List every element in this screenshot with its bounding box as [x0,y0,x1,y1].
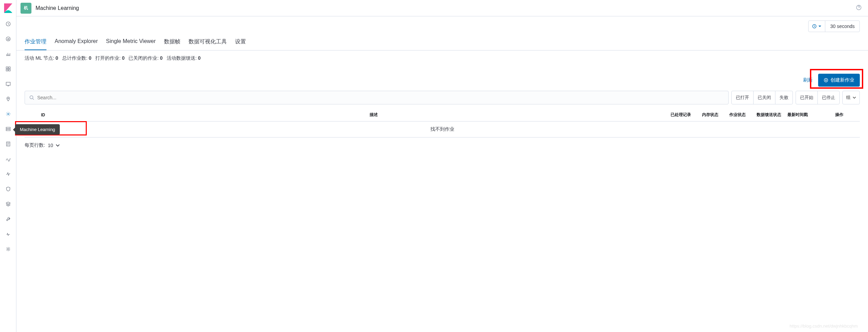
nav-apm-icon[interactable] [0,151,16,167]
tab-data-visualizer[interactable]: 数据可视化工具 [189,38,227,50]
svg-point-13 [7,248,9,250]
tab-job-management[interactable]: 作业管理 [25,38,46,50]
svg-rect-5 [9,69,10,71]
svg-point-17 [30,96,33,99]
svg-rect-10 [6,127,10,129]
col-description[interactable]: 描述 [79,112,668,118]
col-latest-time[interactable]: 最新时间戳 [785,112,819,118]
col-id[interactable]: ID [38,113,79,117]
nav-canvas-icon[interactable] [0,76,16,91]
filter-failed[interactable]: 失败 [775,91,793,104]
search-input[interactable] [37,95,724,100]
svg-point-9 [6,112,10,116]
nav-machine-learning-icon[interactable] [0,106,16,121]
tab-anomaly-explorer[interactable]: Anomaly Explorer [55,38,98,50]
chevron-down-icon [818,25,822,28]
clock-icon [812,24,817,29]
nav-siem-icon[interactable] [0,182,16,197]
chevron-down-icon [56,143,60,147]
tab-single-metric-viewer[interactable]: Single Metric Viewer [106,38,156,50]
tab-settings[interactable]: 设置 [235,38,246,50]
filter-opened[interactable]: 已打开 [732,91,754,104]
tab-dataframe[interactable]: 数据帧 [164,38,180,50]
refresh-interval-value: 30 seconds [825,21,859,32]
job-stats-bar: 活动 ML 节点: 0 总计作业数: 0 打开的作业: 0 已关闭的作业: 0 … [16,50,868,66]
svg-rect-4 [6,69,8,71]
breadcrumb-title[interactable]: Machine Learning [36,5,79,11]
svg-rect-11 [6,129,10,131]
header-help-icon[interactable] [854,2,864,14]
refresh-interval-control[interactable]: 30 seconds [808,20,860,32]
svg-rect-2 [6,67,8,69]
nav-discover-icon[interactable] [0,31,16,46]
nav-dashboard-icon[interactable] [0,61,16,76]
filter-stopped[interactable]: 已停止 [818,91,839,104]
svg-rect-3 [9,67,10,69]
nav-monitoring-icon[interactable] [0,227,16,242]
refresh-link[interactable]: 刷新 [803,77,813,83]
col-ops: 操作 [819,112,860,118]
chevron-down-icon [853,96,856,99]
nav-visualize-icon[interactable] [0,46,16,61]
app-badge: 机 [20,3,31,14]
nav-tooltip: Machine Learning [15,124,60,135]
col-processed[interactable]: 已处理记录 [668,112,699,118]
create-job-button[interactable]: 创建新作业 [818,74,860,87]
plus-circle-icon [824,78,828,83]
filter-started[interactable]: 已开始 [796,91,818,104]
rows-per-page[interactable]: 每页行数: 10 [16,138,868,153]
search-container[interactable] [25,91,729,104]
nav-maps-icon[interactable] [0,91,16,106]
nav-uptime-icon[interactable] [0,167,16,182]
table-empty-message: 找不到作业 [25,121,860,138]
watermark: https://blog.csdn.net/dwjnhkbcqhm [790,323,858,329]
nav-dev-tools-icon[interactable] [0,212,16,227]
nav-logs-icon[interactable] [0,136,16,151]
kibana-logo[interactable] [3,3,14,14]
svg-point-8 [8,113,9,115]
svg-point-7 [8,98,9,99]
nav-stack-icon[interactable] [0,197,16,212]
filter-group-select[interactable]: 组 [842,91,860,104]
search-icon [29,95,35,100]
filter-closed[interactable]: 已关闭 [754,91,775,104]
svg-rect-6 [6,82,10,85]
col-memory[interactable]: 内存状态 [699,112,727,118]
col-job-state[interactable]: 作业状态 [727,112,754,118]
svg-point-1 [6,37,10,41]
col-feed-state[interactable]: 数据馈送状态 [754,112,785,118]
nav-management-icon[interactable] [0,242,16,257]
nav-recently-icon[interactable] [0,16,16,31]
